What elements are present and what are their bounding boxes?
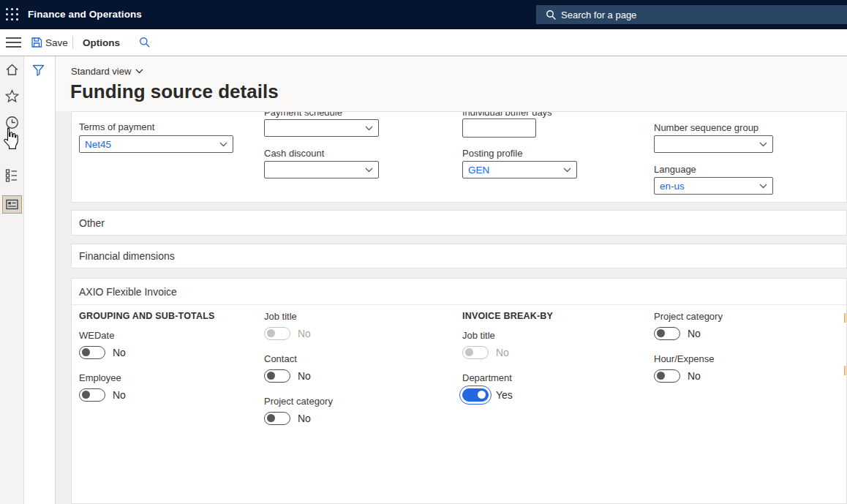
page-header: Standard view Funding source details: [56, 56, 847, 111]
section-financial-dimensions[interactable]: Financial dimensions: [71, 244, 847, 268]
project-category-breakby-state: No: [688, 328, 701, 339]
toggle-field-job-title-breakby: Job title No: [462, 330, 553, 360]
posting-profile-label: Posting profile: [462, 148, 522, 159]
search-icon: [546, 10, 557, 20]
hour-expense-label: Hour/Expense: [654, 353, 723, 365]
axio-column-invoice-break-by: INVOICE BREAK-BY Job title No Department…: [462, 311, 553, 415]
axio-column-grouping: GROUPING AND SUB-TOTALS WEDate No Employ…: [79, 311, 215, 415]
project-category-breakby-toggle[interactable]: [654, 327, 680, 340]
employee-toggle[interactable]: [79, 388, 105, 402]
toggle-field-employee: Employee No: [79, 372, 215, 402]
employee-state: No: [113, 389, 126, 401]
form-card-icon: [5, 198, 19, 211]
toolbar-search-icon[interactable]: [139, 37, 151, 48]
clipped-column-marker: [844, 313, 847, 323]
job-title-state: No: [298, 328, 311, 339]
project-category-state: No: [298, 413, 311, 424]
number-sequence-group-label: Number sequence group: [654, 122, 758, 133]
chevron-down-icon: [219, 142, 227, 147]
individual-buffer-days-label: Individual buffer days: [462, 111, 552, 118]
wedate-state: No: [113, 347, 126, 358]
chevron-down-icon: [365, 126, 373, 131]
project-category-toggle[interactable]: [264, 412, 290, 425]
toggle-field-department: Department Yes: [462, 372, 553, 402]
posting-profile-combobox[interactable]: GEN: [462, 161, 577, 178]
toggle-field-contact: Contact No: [264, 353, 333, 383]
department-state: Yes: [496, 389, 513, 401]
payment-schedule-combobox[interactable]: [264, 119, 379, 137]
terms-of-payment-combobox[interactable]: Net45: [79, 135, 233, 153]
app-launcher-waffle-icon[interactable]: [6, 8, 19, 21]
grouping-subtotals-header: GROUPING AND SUB-TOTALS: [79, 311, 215, 330]
section-axio-title: AXIO Flexible Invoice: [79, 286, 177, 298]
section-other[interactable]: Other: [71, 210, 847, 236]
contact-toggle[interactable]: [264, 369, 290, 383]
chevron-down-icon: [135, 69, 143, 74]
chevron-down-icon: [759, 184, 767, 189]
contact-label: Contact: [264, 353, 333, 365]
toggle-field-hour-expense: Hour/Expense No: [654, 353, 723, 383]
project-category-breakby-label: Project category: [654, 311, 723, 323]
options-button[interactable]: Options: [83, 29, 120, 56]
language-value: en-us: [660, 181, 685, 192]
cash-discount-combobox[interactable]: [264, 161, 379, 178]
job-title-breakby-label: Job title: [462, 330, 553, 342]
invoice-break-by-header: INVOICE BREAK-BY: [462, 311, 553, 330]
options-label: Options: [83, 37, 120, 48]
hamburger-menu-icon[interactable]: [6, 37, 21, 48]
page-search-input[interactable]: Search for a page: [536, 5, 847, 24]
current-page-nav-item[interactable]: [2, 195, 22, 214]
save-icon: [31, 37, 42, 48]
filter-icon[interactable]: [32, 64, 45, 76]
payment-schedule-label: Payment schedule: [264, 111, 342, 118]
terms-of-payment-label: Terms of payment: [79, 121, 154, 132]
app-title: Finance and Operations: [28, 9, 142, 20]
home-icon[interactable]: [5, 63, 19, 77]
clipped-column-marker: [844, 366, 847, 375]
number-sequence-group-combobox[interactable]: [654, 135, 773, 153]
job-title-breakby-toggle: [462, 346, 489, 359]
wedate-toggle[interactable]: [79, 346, 105, 359]
payment-fields-card: Terms of payment Net45 Payment schedule …: [71, 111, 847, 203]
left-nav-sidebar: [0, 56, 24, 504]
toggle-field-wedate: WEDate No: [79, 330, 215, 360]
posting-profile-value: GEN: [468, 165, 489, 176]
hour-expense-state: No: [688, 370, 701, 382]
job-title-label: Job title: [264, 311, 333, 323]
view-selector-label: Standard view: [71, 66, 131, 77]
section-axio-header[interactable]: AXIO Flexible Invoice: [72, 279, 846, 305]
cash-discount-label: Cash discount: [264, 148, 324, 159]
contact-state: No: [298, 370, 311, 382]
toggle-field-project-category-breakby: Project category No: [654, 311, 723, 341]
individual-buffer-days-input[interactable]: [462, 119, 536, 138]
department-label: Department: [462, 372, 553, 384]
department-toggle[interactable]: [462, 388, 489, 402]
job-title-breakby-state: No: [496, 347, 509, 358]
action-toolbar: Save Options: [0, 29, 847, 56]
search-placeholder: Search for a page: [561, 10, 636, 20]
section-axio-flexible-invoice: AXIO Flexible Invoice GROUPING AND SUB-T…: [71, 278, 847, 504]
save-button[interactable]: Save: [31, 29, 68, 56]
top-navbar: Finance and Operations Search for a page: [0, 0, 847, 29]
toggle-field-job-title-grouping: Job title No: [264, 311, 333, 341]
toolbar-separator: [72, 36, 73, 49]
job-title-toggle: [264, 327, 290, 340]
wedate-label: WEDate: [79, 330, 215, 342]
language-combobox[interactable]: en-us: [654, 177, 773, 195]
recent-clock-icon[interactable]: [5, 116, 19, 129]
app-window: Finance and Operations Search for a page…: [0, 0, 847, 504]
employee-label: Employee: [79, 372, 215, 384]
view-selector[interactable]: Standard view: [71, 66, 143, 77]
project-category-label: Project category: [264, 396, 333, 407]
filter-pane: [24, 56, 56, 504]
axio-column-2: Job title No Contact No Project category…: [264, 311, 333, 438]
chevron-down-icon: [365, 168, 373, 173]
chevron-down-icon: [563, 168, 571, 173]
toggle-field-project-category-grouping: Project category No: [264, 396, 333, 426]
section-other-title: Other: [79, 217, 105, 229]
favorites-star-icon[interactable]: [5, 89, 19, 103]
hour-expense-toggle[interactable]: [654, 369, 680, 383]
page-title: Funding source details: [70, 80, 279, 103]
section-financial-dimensions-title: Financial dimensions: [79, 250, 175, 262]
modules-list-icon[interactable]: [5, 168, 19, 182]
